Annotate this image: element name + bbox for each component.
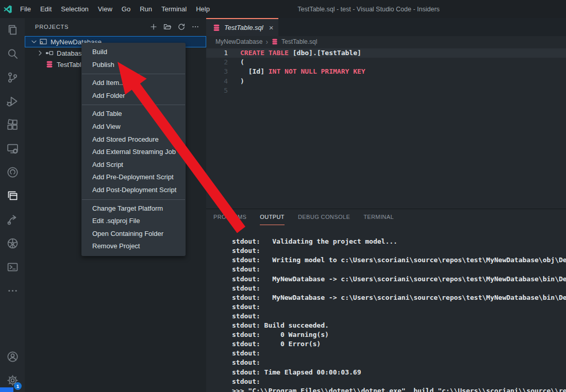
log-line: >>> "C:\\Program Files\\dotnet\\dotnet.e… bbox=[232, 386, 566, 392]
breadcrumb: MyNewDatabase›TestTable.sql bbox=[206, 36, 566, 47]
breadcrumb-item-mynewdatabase[interactable]: MyNewDatabase bbox=[215, 38, 262, 45]
log-line: stdout: bbox=[232, 265, 566, 274]
log-line: stdout: Time Elapsed 00:00:03.69 bbox=[232, 368, 566, 377]
context-menu-item-change-target-platform[interactable]: Change Target Platform bbox=[81, 202, 186, 215]
more-actions-icon[interactable] bbox=[191, 22, 200, 31]
activity-github-icon[interactable] bbox=[0, 160, 25, 184]
activity-run-debug-icon[interactable] bbox=[0, 89, 25, 113]
log-line: stdout: bbox=[232, 284, 566, 293]
window-title: TestTable.sql - test - Visual Studio Cod… bbox=[297, 6, 440, 13]
context-menu-item-add-script[interactable]: Add Script bbox=[81, 159, 186, 172]
tab-label: TestTable.sql bbox=[224, 24, 263, 31]
menu-go[interactable]: Go bbox=[117, 0, 135, 18]
sidebar-title: PROJECTS bbox=[35, 24, 149, 30]
code-text: ) bbox=[240, 77, 244, 86]
context-menu-separator bbox=[82, 74, 185, 74]
chevron-spacer bbox=[36, 60, 44, 69]
context-menu-item-add-post-deployment-script[interactable]: Add Post-Deployment Script bbox=[81, 184, 186, 197]
menu-terminal[interactable]: Terminal bbox=[157, 0, 191, 18]
context-menu-item-add-external-streaming-job[interactable]: Add External Streaming Job bbox=[81, 146, 186, 159]
menu-selection[interactable]: Selection bbox=[56, 0, 93, 18]
sql-file-icon bbox=[212, 24, 221, 32]
add-project-icon[interactable] bbox=[149, 22, 158, 31]
code-text: [Id] INT NOT NULL PRIMARY KEY bbox=[240, 67, 365, 76]
remote-status-sliver[interactable] bbox=[0, 387, 13, 392]
settings-badge: 1 bbox=[14, 382, 22, 390]
vscode-insiders-logo bbox=[0, 5, 15, 14]
open-folder-icon[interactable] bbox=[163, 22, 172, 31]
title-bar: FileEditSelectionViewGoRunTerminalHelp T… bbox=[0, 0, 566, 18]
log-line: stdout: bbox=[232, 312, 566, 321]
code-line-1: 1CREATE TABLE [dbo].[TestTable] bbox=[206, 48, 566, 58]
code-line-3: 3 [Id] INT NOT NULL PRIMARY KEY bbox=[206, 67, 566, 76]
activity-powershell-icon[interactable] bbox=[0, 255, 25, 279]
code-text: CREATE TABLE [dbo].[TestTable] bbox=[240, 48, 361, 58]
menu-edit[interactable]: Edit bbox=[36, 0, 56, 18]
context-menu-item-open-containing-folder[interactable]: Open Containing Folder bbox=[81, 228, 186, 241]
bottom-panel: PROBLEMSOUTPUTDEBUG CONSOLETERMINAL stdo… bbox=[206, 209, 566, 392]
context-menu-item-publish[interactable]: Publish bbox=[81, 59, 186, 72]
context-menu-item-add-table[interactable]: Add Table bbox=[81, 108, 186, 121]
context-menu-item-remove-project[interactable]: Remove Project bbox=[81, 240, 186, 253]
log-line: stdout: Writing model to c:\Users\scoria… bbox=[232, 255, 566, 265]
code-line-4: 4) bbox=[206, 77, 566, 86]
line-number: 5 bbox=[206, 86, 240, 95]
log-line: stdout: bbox=[232, 358, 566, 367]
project-icon bbox=[39, 38, 47, 46]
log-line: stdout: bbox=[232, 246, 566, 255]
panel-tab-bar: PROBLEMSOUTPUTDEBUG CONSOLETERMINAL bbox=[206, 209, 566, 225]
refresh-icon[interactable] bbox=[177, 22, 186, 31]
activity-remote-explorer-icon[interactable] bbox=[0, 137, 25, 160]
vscode-window: FileEditSelectionViewGoRunTerminalHelp T… bbox=[0, 0, 566, 392]
panel-tab-terminal[interactable]: TERMINAL bbox=[363, 209, 394, 225]
code-line-2: 2( bbox=[206, 58, 566, 67]
breadcrumb-item-testtable-sql[interactable]: TestTable.sql bbox=[281, 38, 317, 45]
activity-search-icon[interactable] bbox=[0, 42, 25, 65]
database-ref-icon bbox=[45, 49, 54, 57]
context-menu-item-add-view[interactable]: Add View bbox=[81, 121, 186, 133]
panel-tab-problems[interactable]: PROBLEMS bbox=[213, 209, 246, 225]
output-log[interactable]: stdout: Validating the project model...s… bbox=[206, 225, 566, 392]
activity-more-views-icon[interactable] bbox=[0, 279, 25, 302]
context-menu-item-add-folder[interactable]: Add Folder bbox=[81, 90, 186, 103]
chevron-down-icon[interactable] bbox=[30, 38, 38, 46]
activity-source-control-icon[interactable] bbox=[0, 65, 25, 89]
menu-help[interactable]: Help bbox=[191, 0, 214, 18]
code-line-5: 5 bbox=[206, 86, 566, 95]
menu-file[interactable]: File bbox=[15, 0, 36, 18]
sidebar-header: PROJECTS bbox=[25, 18, 206, 36]
context-menu-item-add-item[interactable]: Add Item... bbox=[81, 77, 186, 90]
code-text: ( bbox=[240, 58, 244, 67]
activity-kubernetes-icon[interactable] bbox=[0, 231, 25, 255]
activity-bar: 1 bbox=[0, 18, 25, 392]
context-menu-item-build[interactable]: Build bbox=[81, 46, 186, 59]
log-line: stdout: Build succeeded. bbox=[232, 321, 566, 330]
sql-file-icon bbox=[45, 60, 54, 69]
panel-tab-debug-console[interactable]: DEBUG CONSOLE bbox=[298, 209, 350, 225]
activity-live-share-icon[interactable] bbox=[0, 208, 25, 231]
panel-tab-output[interactable]: OUTPUT bbox=[260, 209, 285, 225]
menu-view[interactable]: View bbox=[93, 0, 117, 18]
line-number: 1 bbox=[206, 48, 240, 58]
context-menu-separator bbox=[82, 199, 185, 200]
log-line: stdout: MyNewDatabase -> c:\Users\scoria… bbox=[232, 275, 566, 284]
activity-extensions-icon[interactable] bbox=[0, 113, 25, 137]
activity-account-icon[interactable] bbox=[0, 345, 25, 368]
log-line-clipped: stdout: Validating the project model... bbox=[232, 237, 566, 246]
activity-explorer-icon[interactable] bbox=[0, 18, 25, 42]
context-menu-item-edit-sqlproj-file[interactable]: Edit .sqlproj File bbox=[81, 215, 186, 228]
close-tab-icon[interactable]: × bbox=[269, 24, 274, 31]
log-line: stdout: bbox=[232, 302, 566, 312]
tab-bar: TestTable.sql × bbox=[206, 18, 566, 36]
tab-testtable-sql[interactable]: TestTable.sql × bbox=[206, 18, 278, 36]
context-menu-item-add-pre-deployment-script[interactable]: Add Pre-Deployment Script bbox=[81, 171, 186, 184]
activity-database-projects-icon[interactable] bbox=[0, 184, 25, 208]
tree-item-label: TestTable bbox=[57, 61, 85, 69]
context-menu-item-add-stored-procedure[interactable]: Add Stored Procedure bbox=[81, 133, 186, 146]
code-editor[interactable]: 1CREATE TABLE [dbo].[TestTable]2(3 [Id] … bbox=[206, 47, 566, 209]
log-line: stdout: MyNewDatabase -> c:\Users\scoria… bbox=[232, 293, 566, 302]
context-menu: BuildPublishAdd Item...Add FolderAdd Tab… bbox=[81, 43, 186, 256]
line-number: 4 bbox=[206, 77, 240, 86]
chevron-right-icon[interactable] bbox=[36, 49, 44, 57]
menu-run[interactable]: Run bbox=[135, 0, 157, 18]
